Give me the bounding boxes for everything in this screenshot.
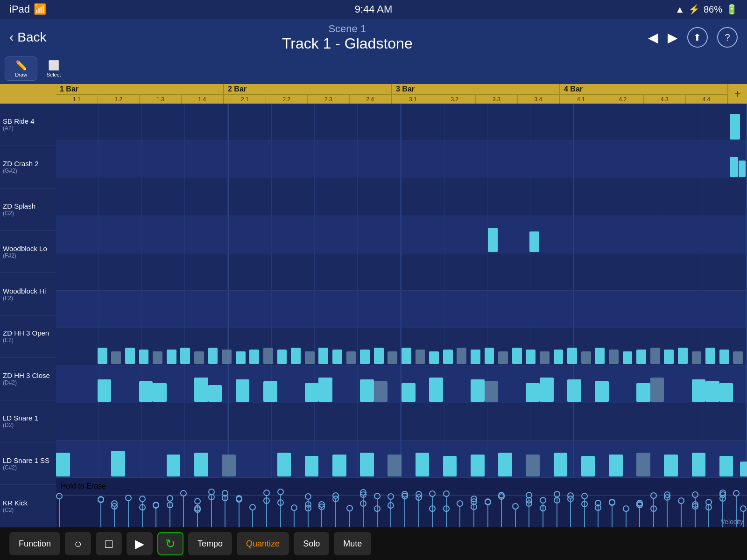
- note[interactable]: [471, 379, 485, 402]
- note[interactable]: [623, 351, 633, 364]
- note[interactable]: [526, 350, 536, 364]
- tempo-button[interactable]: Tempo: [188, 532, 232, 555]
- track-row-woodblock-lo[interactable]: [56, 216, 747, 253]
- note[interactable]: [554, 350, 564, 364]
- mute-button[interactable]: Mute: [334, 532, 371, 555]
- note[interactable]: [208, 348, 218, 364]
- note[interactable]: [554, 453, 568, 476]
- stop-button[interactable]: □: [96, 532, 122, 555]
- track-row-zd-hh-3-close[interactable]: [56, 328, 747, 365]
- play-button[interactable]: ▶: [668, 30, 678, 45]
- note[interactable]: [402, 348, 411, 364]
- grid-scroll[interactable]: [56, 104, 747, 478]
- note[interactable]: [222, 350, 232, 364]
- note[interactable]: [416, 453, 430, 476]
- note[interactable]: [388, 351, 397, 364]
- back-button[interactable]: ‹ Back: [9, 30, 47, 45]
- note[interactable]: [263, 381, 277, 402]
- note[interactable]: [263, 348, 273, 364]
- track-row-zd-crash-2[interactable]: [56, 141, 747, 178]
- note[interactable]: [692, 379, 706, 402]
- track-row-sb-ride-4[interactable]: [56, 104, 747, 141]
- note[interactable]: [581, 351, 591, 364]
- note[interactable]: [650, 378, 664, 401]
- note[interactable]: [360, 453, 374, 476]
- note[interactable]: [730, 114, 740, 140]
- note[interactable]: [498, 453, 512, 476]
- note[interactable]: [153, 351, 162, 364]
- note[interactable]: [208, 385, 222, 402]
- note[interactable]: [733, 351, 743, 364]
- note[interactable]: [249, 350, 259, 364]
- note[interactable]: [167, 455, 181, 477]
- note[interactable]: [730, 157, 738, 177]
- note[interactable]: [153, 383, 167, 402]
- note[interactable]: [360, 379, 374, 402]
- note[interactable]: [485, 348, 494, 364]
- track-row-ld-snare-1[interactable]: [56, 365, 747, 403]
- note[interactable]: [540, 378, 554, 401]
- note[interactable]: [705, 348, 715, 364]
- solo-button[interactable]: Solo: [294, 532, 329, 555]
- note[interactable]: [305, 456, 319, 476]
- note[interactable]: [567, 379, 581, 402]
- note[interactable]: [664, 455, 678, 477]
- note[interactable]: [719, 456, 733, 476]
- note[interactable]: [705, 381, 719, 402]
- note[interactable]: [111, 351, 121, 364]
- note[interactable]: [471, 455, 485, 477]
- note[interactable]: [692, 453, 706, 476]
- note[interactable]: [180, 348, 190, 364]
- note[interactable]: [277, 350, 287, 364]
- loop-button[interactable]: ↻: [157, 532, 183, 555]
- piano-roll[interactable]: 1 Bar 1.1 1.2 1.3 1.4 2 Bar 2.1 2.2 2.3 …: [56, 84, 747, 527]
- function-button[interactable]: Function: [9, 532, 60, 555]
- note[interactable]: [664, 350, 674, 364]
- track-row-woodblock-hi[interactable]: [56, 253, 747, 291]
- note[interactable]: [236, 379, 250, 402]
- note[interactable]: [488, 228, 498, 252]
- note[interactable]: [194, 351, 204, 364]
- record-button[interactable]: ○: [65, 532, 91, 555]
- note[interactable]: [567, 348, 577, 364]
- note[interactable]: [402, 383, 416, 402]
- note[interactable]: [374, 381, 388, 402]
- quantize-button[interactable]: Quantize: [237, 532, 289, 555]
- note[interactable]: [609, 350, 619, 364]
- note[interactable]: [305, 383, 319, 402]
- note[interactable]: [581, 456, 595, 476]
- note[interactable]: [443, 350, 453, 364]
- note[interactable]: [719, 383, 733, 402]
- note[interactable]: [277, 453, 291, 476]
- note[interactable]: [692, 351, 702, 364]
- note[interactable]: [98, 379, 112, 402]
- note[interactable]: [305, 351, 315, 364]
- note[interactable]: [388, 455, 402, 477]
- note[interactable]: [346, 351, 356, 364]
- note[interactable]: [678, 348, 688, 364]
- track-row-kr-kick[interactable]: [56, 441, 747, 478]
- note[interactable]: [332, 350, 342, 364]
- select-tool-button[interactable]: ⬜ Select: [37, 56, 70, 81]
- track-row-zd-splash[interactable]: [56, 178, 747, 216]
- note[interactable]: [429, 351, 439, 364]
- track-row-ld-snare-1-ss[interactable]: [56, 403, 747, 441]
- note[interactable]: [739, 161, 746, 177]
- note[interactable]: [98, 348, 107, 364]
- note[interactable]: [236, 351, 246, 364]
- note[interactable]: [529, 231, 539, 252]
- note[interactable]: [194, 453, 208, 476]
- play-transport-button[interactable]: ▶: [127, 532, 153, 555]
- help-button[interactable]: ?: [717, 27, 738, 48]
- note[interactable]: [139, 381, 153, 402]
- add-bar-button[interactable]: +: [728, 84, 747, 104]
- note[interactable]: [374, 348, 384, 364]
- note[interactable]: [194, 378, 208, 401]
- note[interactable]: [636, 350, 646, 364]
- note[interactable]: [318, 378, 332, 401]
- draw-tool-button[interactable]: ✏️ Draw: [5, 56, 37, 81]
- note[interactable]: [167, 350, 176, 364]
- note[interactable]: [318, 348, 328, 364]
- note[interactable]: [609, 455, 623, 477]
- track-row-zd-hh-3-open[interactable]: [56, 291, 747, 328]
